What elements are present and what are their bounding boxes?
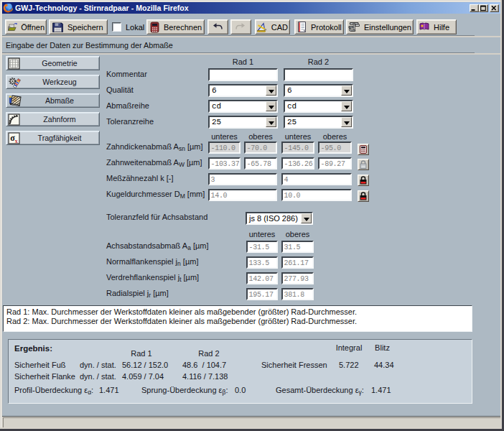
svg-text:x: x [15, 138, 18, 144]
